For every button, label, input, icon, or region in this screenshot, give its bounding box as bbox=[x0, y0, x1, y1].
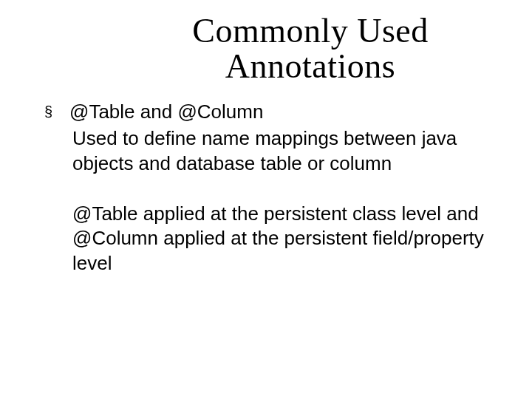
bullet-item: § @Table and @Column bbox=[44, 100, 510, 124]
bullet-heading: @Table and @Column bbox=[69, 100, 263, 124]
bullet-paragraph-1: Used to define name mappings between jav… bbox=[72, 126, 486, 177]
bullet-marker: § bbox=[44, 100, 56, 120]
slide-body: § @Table and @Column Used to define name… bbox=[22, 100, 510, 276]
slide-title: Commonly Used Annotations bbox=[126, 13, 495, 85]
bullet-paragraph-2: @Table applied at the persistent class l… bbox=[72, 202, 510, 276]
